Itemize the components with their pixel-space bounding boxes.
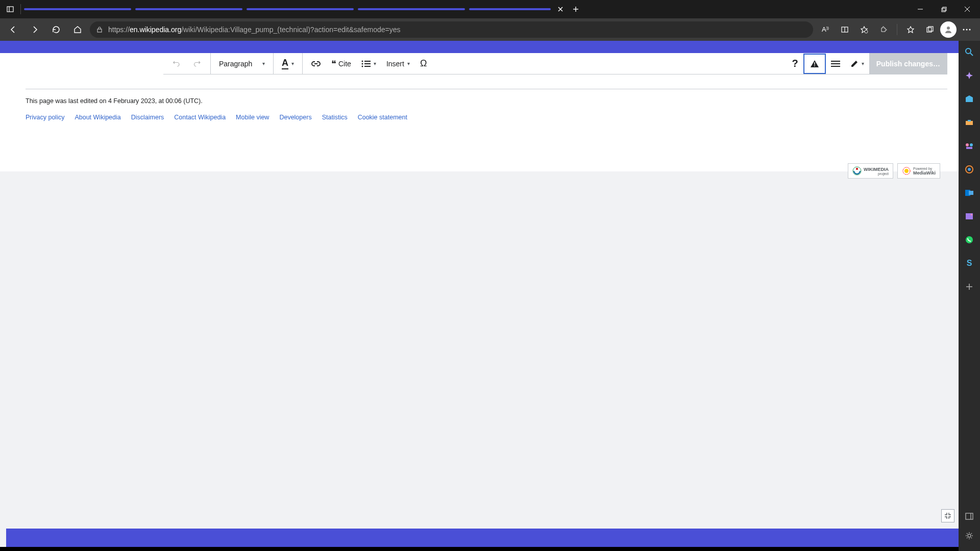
svg-point-34 bbox=[904, 169, 909, 173]
insert-dropdown[interactable]: Insert▾ bbox=[381, 54, 415, 74]
settings-icon[interactable] bbox=[963, 530, 975, 542]
svg-line-36 bbox=[970, 53, 973, 56]
list-dropdown[interactable]: ▾ bbox=[356, 54, 381, 74]
svg-point-21 bbox=[361, 60, 363, 62]
undo-button[interactable] bbox=[166, 54, 187, 74]
skype-icon[interactable]: S bbox=[963, 257, 975, 269]
publish-changes-button[interactable]: Publish changes… bbox=[869, 53, 947, 74]
svg-rect-7 bbox=[942, 8, 945, 12]
link-button[interactable] bbox=[306, 54, 326, 74]
svg-point-35 bbox=[966, 48, 971, 54]
address-bar[interactable]: https://en.wikipedia.org/wiki/Wikipedia:… bbox=[90, 21, 813, 38]
collections-button[interactable] bbox=[921, 20, 939, 39]
paragraph-format-dropdown[interactable]: Paragraph▾ bbox=[214, 54, 270, 74]
close-window-button[interactable] bbox=[955, 0, 979, 18]
visual-editor-toolbar: Paragraph▾ A▾ ❝Cite ▾ Insert▾ Ω ? ! bbox=[163, 53, 947, 74]
edit-mode-dropdown[interactable]: ▾ bbox=[845, 54, 869, 74]
privacy-policy-link[interactable]: Privacy policy bbox=[26, 114, 64, 121]
statistics-link[interactable]: Statistics bbox=[322, 114, 348, 121]
exit-fullscreen-button[interactable] bbox=[941, 509, 954, 522]
svg-point-53 bbox=[968, 534, 971, 537]
about-wikipedia-link[interactable]: About Wikipedia bbox=[75, 114, 120, 121]
svg-point-48 bbox=[966, 236, 973, 243]
notices-button[interactable]: ! bbox=[803, 54, 826, 74]
lock-icon bbox=[96, 26, 103, 33]
home-button[interactable] bbox=[68, 20, 87, 39]
whatsapp-icon[interactable] bbox=[963, 234, 975, 246]
divider bbox=[897, 24, 897, 35]
discover-icon[interactable] bbox=[963, 69, 975, 82]
refresh-button[interactable] bbox=[47, 20, 65, 39]
back-button[interactable] bbox=[4, 20, 22, 39]
main-viewport: Paragraph▾ A▾ ❝Cite ▾ Insert▾ Ω ? ! bbox=[0, 53, 980, 551]
redo-button[interactable] bbox=[187, 54, 207, 74]
cite-button[interactable]: ❝Cite bbox=[326, 54, 356, 74]
svg-point-41 bbox=[970, 143, 973, 146]
favorites-star-button[interactable] bbox=[855, 20, 873, 39]
search-icon[interactable] bbox=[963, 46, 975, 58]
svg-rect-51 bbox=[966, 513, 973, 519]
help-button[interactable]: ? bbox=[787, 54, 803, 74]
svg-point-17 bbox=[947, 27, 950, 30]
sidebar-collapse-icon[interactable] bbox=[963, 510, 975, 522]
page-content: Paragraph▾ A▾ ❝Cite ▾ Insert▾ Ω ? ! bbox=[0, 53, 973, 171]
svg-point-22 bbox=[361, 63, 363, 64]
mobile-view-link[interactable]: Mobile view bbox=[236, 114, 269, 121]
wikimedia-logo[interactable]: WIKIMEDIAproject bbox=[848, 163, 893, 179]
shopping-icon[interactable] bbox=[963, 93, 975, 105]
text-style-dropdown[interactable]: A▾ bbox=[277, 54, 299, 74]
immersive-reader-button[interactable] bbox=[836, 20, 854, 39]
notes-icon[interactable] bbox=[963, 210, 975, 222]
cookie-statement-link[interactable]: Cookie statement bbox=[358, 114, 407, 121]
footer-links: Privacy policy About Wikipedia Disclaime… bbox=[26, 114, 947, 121]
svg-point-31 bbox=[856, 168, 858, 170]
svg-text:!: ! bbox=[814, 62, 815, 67]
browser-tab[interactable] bbox=[358, 8, 465, 10]
svg-rect-11 bbox=[97, 29, 102, 32]
svg-point-40 bbox=[966, 143, 969, 146]
taskbar-edge bbox=[0, 547, 980, 551]
profile-button[interactable] bbox=[940, 21, 957, 38]
divider bbox=[26, 89, 947, 89]
svg-rect-46 bbox=[969, 191, 973, 195]
outlook-icon[interactable] bbox=[963, 187, 975, 199]
browser-tab[interactable] bbox=[469, 8, 551, 10]
contact-wikipedia-link[interactable]: Contact Wikipedia bbox=[174, 114, 226, 121]
extensions-button[interactable] bbox=[874, 20, 893, 39]
divider bbox=[20, 4, 21, 14]
new-tab-button[interactable] bbox=[568, 2, 583, 17]
svg-rect-37 bbox=[966, 99, 973, 102]
content-area: Paragraph▾ A▾ ❝Cite ▾ Insert▾ Ω ? ! bbox=[0, 53, 980, 551]
forward-button[interactable] bbox=[26, 20, 44, 39]
developers-link[interactable]: Developers bbox=[279, 114, 311, 121]
svg-rect-39 bbox=[968, 120, 971, 121]
office-icon[interactable] bbox=[963, 163, 975, 176]
svg-rect-16 bbox=[928, 27, 933, 31]
browser-titlebar bbox=[0, 0, 980, 18]
svg-point-14 bbox=[865, 30, 868, 33]
svg-rect-8 bbox=[943, 7, 946, 11]
mediawiki-logo[interactable]: Powered byMediaWiki bbox=[897, 163, 940, 179]
close-tab-button[interactable] bbox=[553, 2, 568, 17]
browser-tab-active[interactable] bbox=[247, 8, 354, 10]
svg-rect-0 bbox=[7, 7, 13, 12]
games-icon[interactable] bbox=[963, 140, 975, 152]
tab-strip bbox=[22, 0, 909, 18]
svg-rect-38 bbox=[966, 121, 973, 125]
menu-button[interactable] bbox=[958, 20, 976, 39]
page-options-button[interactable] bbox=[826, 54, 845, 74]
browser-tab[interactable] bbox=[24, 8, 131, 10]
browser-navbar: https://en.wikipedia.org/wiki/Wikipedia:… bbox=[0, 18, 980, 41]
browser-tab[interactable] bbox=[135, 8, 242, 10]
tab-actions-button[interactable] bbox=[1, 0, 19, 18]
svg-point-20 bbox=[969, 29, 971, 31]
disclaimers-link[interactable]: Disclaimers bbox=[131, 114, 164, 121]
svg-rect-47 bbox=[966, 213, 973, 219]
read-aloud-button[interactable]: A)) bbox=[816, 20, 835, 39]
maximize-button[interactable] bbox=[932, 0, 955, 18]
favorites-button[interactable] bbox=[901, 20, 920, 39]
tools-icon[interactable] bbox=[963, 116, 975, 129]
minimize-button[interactable] bbox=[909, 0, 932, 18]
special-character-button[interactable]: Ω bbox=[415, 54, 432, 74]
add-sidebar-button[interactable] bbox=[963, 281, 975, 293]
